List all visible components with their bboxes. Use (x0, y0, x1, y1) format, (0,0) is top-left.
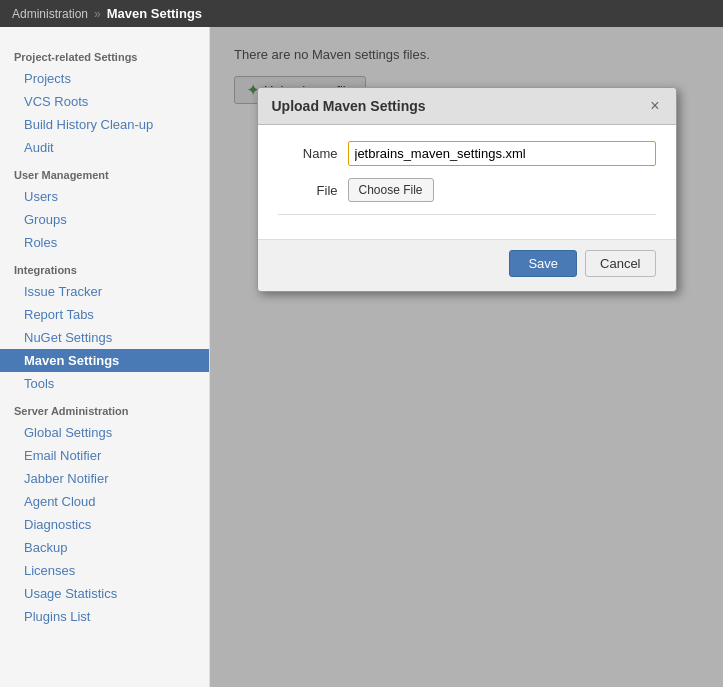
modal-header: Upload Maven Settings × (258, 88, 676, 125)
file-label: File (278, 183, 338, 198)
sidebar-item-audit[interactable]: Audit (0, 136, 209, 159)
sidebar-item-licenses[interactable]: Licenses (0, 559, 209, 582)
breadcrumb-separator: » (94, 7, 101, 21)
sidebar-section-project: Project-related Settings (0, 41, 209, 67)
sidebar-item-roles[interactable]: Roles (0, 231, 209, 254)
upload-modal: Upload Maven Settings × Name File Choose… (257, 87, 677, 292)
sidebar-item-groups[interactable]: Groups (0, 208, 209, 231)
modal-footer: Save Cancel (258, 239, 676, 291)
modal-body: Name File Choose File (258, 125, 676, 239)
sidebar-item-diagnostics[interactable]: Diagnostics (0, 513, 209, 536)
sidebar-item-maven-settings[interactable]: Maven Settings (0, 349, 209, 372)
name-label: Name (278, 146, 338, 161)
modal-overlay: Upload Maven Settings × Name File Choose… (210, 27, 723, 687)
sidebar-item-plugins-list[interactable]: Plugins List (0, 605, 209, 628)
sidebar-item-nuget-settings[interactable]: NuGet Settings (0, 326, 209, 349)
sidebar-section-server: Server Administration (0, 395, 209, 421)
admin-link[interactable]: Administration (12, 7, 88, 21)
sidebar-item-build-history[interactable]: Build History Clean-up (0, 113, 209, 136)
sidebar-item-backup[interactable]: Backup (0, 536, 209, 559)
choose-file-button[interactable]: Choose File (348, 178, 434, 202)
cancel-button[interactable]: Cancel (585, 250, 655, 277)
sidebar-item-jabber-notifier[interactable]: Jabber Notifier (0, 467, 209, 490)
modal-divider (278, 214, 656, 215)
sidebar-item-global-settings[interactable]: Global Settings (0, 421, 209, 444)
sidebar-item-vcs-roots[interactable]: VCS Roots (0, 90, 209, 113)
main-content: There are no Maven settings files. ✦ Upl… (210, 27, 723, 687)
page-title: Maven Settings (107, 6, 202, 21)
name-field-row: Name (278, 141, 656, 166)
sidebar-item-issue-tracker[interactable]: Issue Tracker (0, 280, 209, 303)
save-button[interactable]: Save (509, 250, 577, 277)
sidebar-item-email-notifier[interactable]: Email Notifier (0, 444, 209, 467)
modal-title: Upload Maven Settings (272, 98, 426, 114)
sidebar-item-users[interactable]: Users (0, 185, 209, 208)
sidebar-item-usage-statistics[interactable]: Usage Statistics (0, 582, 209, 605)
sidebar-item-report-tabs[interactable]: Report Tabs (0, 303, 209, 326)
modal-close-button[interactable]: × (648, 98, 661, 114)
file-field-row: File Choose File (278, 178, 656, 202)
name-input[interactable] (348, 141, 656, 166)
sidebar-section-integrations: Integrations (0, 254, 209, 280)
sidebar-item-agent-cloud[interactable]: Agent Cloud (0, 490, 209, 513)
sidebar-section-user: User Management (0, 159, 209, 185)
sidebar-item-tools[interactable]: Tools (0, 372, 209, 395)
sidebar: Project-related Settings Projects VCS Ro… (0, 27, 210, 687)
top-bar: Administration » Maven Settings (0, 0, 723, 27)
main-layout: Project-related Settings Projects VCS Ro… (0, 27, 723, 687)
sidebar-item-projects[interactable]: Projects (0, 67, 209, 90)
